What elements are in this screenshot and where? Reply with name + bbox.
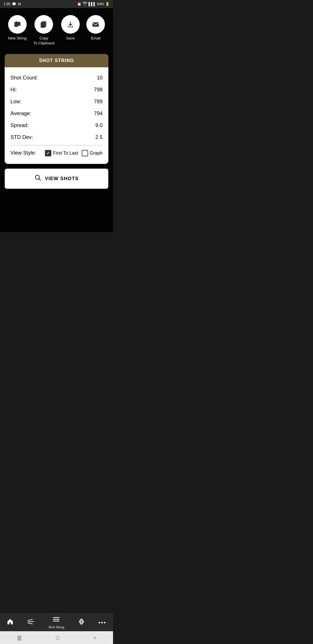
first-to-last-option[interactable]: First To Last xyxy=(45,150,78,156)
graph-checkbox[interactable] xyxy=(82,150,88,156)
save-icon-circle xyxy=(61,15,80,34)
battery-icon: 🔋 xyxy=(105,2,110,6)
toolbar: New String CopyTo Clipboard Save xyxy=(5,13,108,48)
email-label: Email xyxy=(91,36,101,41)
status-bar: 1:05 💬 M ⏰ ▌▌▌ 64% 🔋 xyxy=(0,0,113,8)
alarm-icon: ⏰ xyxy=(77,2,81,6)
first-to-last-label: First To Last xyxy=(53,151,78,156)
new-string-label: New String xyxy=(8,36,27,41)
hi-label: Hi: xyxy=(10,87,17,93)
view-shots-button[interactable]: VIEW SHOTS xyxy=(5,169,108,189)
copy-label: CopyTo Clipboard xyxy=(33,36,54,46)
card-title: SHOT STRING xyxy=(39,58,74,63)
average-value: 794 xyxy=(94,111,103,117)
copy-icon-circle xyxy=(34,15,53,34)
low-row: Low: 789 xyxy=(10,96,103,108)
email-icon-circle xyxy=(86,15,105,34)
gmail-icon: M xyxy=(18,2,21,6)
card-divider xyxy=(10,145,103,145)
copy-clipboard-button[interactable]: CopyTo Clipboard xyxy=(33,15,54,46)
shot-count-label: Shot Count: xyxy=(10,75,38,81)
battery-percent: 64% xyxy=(97,2,104,6)
std-dev-value: 2.5 xyxy=(95,134,103,140)
svg-rect-1 xyxy=(16,21,17,23)
save-label: Save xyxy=(66,36,75,41)
hi-value: 798 xyxy=(94,87,103,93)
svg-line-9 xyxy=(39,179,41,180)
status-left: 1:05 💬 M xyxy=(3,2,21,6)
svg-rect-7 xyxy=(92,22,99,27)
view-style-row: View Style: First To Last Graph xyxy=(10,147,103,159)
spread-value: 9.0 xyxy=(95,122,103,129)
search-icon xyxy=(34,174,41,183)
spread-label: Spread: xyxy=(10,122,29,129)
spread-row: Spread: 9.0 xyxy=(10,120,103,131)
std-dev-label: STD Dev: xyxy=(10,134,33,140)
shot-string-card: SHOT STRING Shot Count: 10 Hi: 798 Low: … xyxy=(5,54,108,164)
status-time: 1:05 xyxy=(3,2,10,6)
view-shots-label: VIEW SHOTS xyxy=(45,176,79,182)
svg-rect-5 xyxy=(41,22,45,28)
new-string-icon-circle xyxy=(8,15,27,34)
view-style-label: View Style: xyxy=(10,150,36,156)
save-button[interactable]: Save xyxy=(61,15,80,41)
card-body: Shot Count: 10 Hi: 798 Low: 789 Average:… xyxy=(5,67,108,164)
hi-row: Hi: 798 xyxy=(10,84,103,96)
low-value: 789 xyxy=(94,99,103,105)
email-button[interactable]: Email xyxy=(86,15,105,41)
message-icon: 💬 xyxy=(12,2,16,6)
low-label: Low: xyxy=(10,99,21,105)
std-dev-row: STD Dev: 2.5 xyxy=(10,131,103,143)
shot-count-value: 10 xyxy=(97,75,103,81)
status-right: ⏰ ▌▌▌ 64% 🔋 xyxy=(77,2,110,7)
first-to-last-checkbox[interactable] xyxy=(45,150,51,156)
wifi-icon xyxy=(83,2,87,7)
card-header: SHOT STRING xyxy=(5,54,108,67)
new-string-button[interactable]: New String xyxy=(8,15,27,41)
average-label: Average: xyxy=(10,111,31,117)
graph-label: Graph xyxy=(90,151,103,156)
signal-icon: ▌▌▌ xyxy=(88,2,96,6)
graph-option[interactable]: Graph xyxy=(82,150,103,156)
shot-count-row: Shot Count: 10 xyxy=(10,72,103,84)
average-row: Average: 794 xyxy=(10,108,103,120)
